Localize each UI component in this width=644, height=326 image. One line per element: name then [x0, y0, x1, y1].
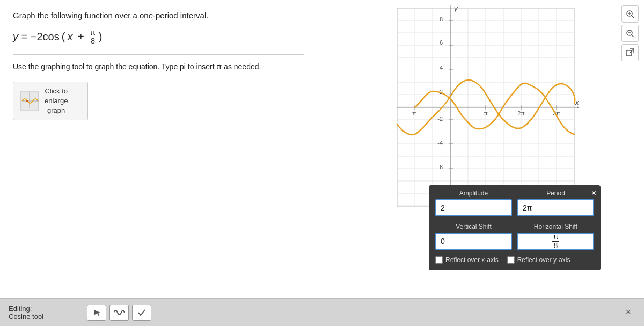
arrow-tool-button[interactable] — [87, 305, 106, 321]
svg-line-62 — [632, 16, 634, 18]
h-frac-num: π — [552, 233, 560, 241]
svg-marker-32 — [577, 106, 580, 108]
enlarge-graph-icon — [20, 91, 39, 111]
editing-label: Editing: Cosine tool — [9, 305, 78, 321]
external-link-button[interactable] — [621, 44, 639, 61]
svg-text:6: 6 — [440, 39, 443, 46]
vertical-shift-field: Vertical Shift — [435, 223, 512, 250]
equation-fraction: π 8 — [89, 28, 97, 46]
svg-text:-2: -2 — [437, 115, 443, 122]
zoom-in-button[interactable] — [621, 5, 639, 23]
svg-marker-70 — [94, 310, 100, 316]
instruction-text: Use the graphing tool to graph the equat… — [13, 62, 304, 71]
close-panel-button[interactable]: × — [625, 307, 635, 318]
graph-container: y x 8 6 4 2 -2 -4 -6 -8 -π π 2π 3π — [381, 5, 580, 215]
period-field: Period — [517, 190, 594, 216]
dialog-close-button[interactable]: × — [591, 189, 596, 198]
svg-line-66 — [632, 35, 634, 37]
zoom-out-icon — [626, 29, 634, 38]
horizontal-shift-fraction: π 8 — [552, 233, 560, 250]
svg-text:2π: 2π — [517, 110, 525, 117]
wave-tool-icon — [114, 308, 125, 317]
svg-text:π: π — [484, 110, 488, 117]
enlarge-graph-button[interactable]: Click to enlarge graph — [13, 82, 88, 121]
svg-text:-6: -6 — [437, 164, 443, 170]
horizontal-shift-field: Horizontal Shift π 8 — [517, 223, 594, 250]
reflect-x-label[interactable]: Reflect over x-axis — [435, 256, 499, 264]
wave-tool-button[interactable] — [109, 305, 129, 321]
amplitude-label: Amplitude — [435, 190, 512, 197]
vertical-shift-label: Vertical Shift — [435, 223, 512, 230]
external-link-icon — [626, 48, 634, 57]
right-panel: y x 8 6 4 2 -2 -4 -6 -8 -π π 2π 3π — [317, 0, 644, 298]
svg-marker-34 — [450, 5, 452, 6]
left-panel: Graph the following function over a one-… — [0, 0, 317, 298]
svg-point-3 — [26, 100, 28, 102]
question-text: Graph the following function over a one-… — [13, 11, 304, 20]
reflect-y-checkbox[interactable] — [507, 256, 515, 264]
frac-numerator: π — [89, 28, 97, 37]
svg-text:-π: -π — [410, 110, 416, 117]
dialog-row-1: Amplitude Period — [429, 185, 601, 219]
h-frac-den: 8 — [553, 242, 559, 250]
period-label: Period — [517, 190, 594, 197]
checkmark-tool-button[interactable] — [132, 305, 151, 321]
checkmark-tool-icon — [138, 309, 145, 316]
equation-paren: ( — [62, 31, 65, 43]
equation-display: y = −2cos ( x + π 8 ) — [13, 28, 304, 46]
enlarge-label: Click to enlarge graph — [45, 86, 68, 116]
dialog-row-2: Vertical Shift Horizontal Shift π 8 — [429, 219, 601, 252]
amplitude-field: Amplitude — [435, 190, 512, 216]
svg-text:-4: -4 — [437, 140, 443, 146]
equation-prefix: y = −2cos — [13, 31, 60, 43]
zoom-controls — [621, 5, 639, 61]
period-input[interactable] — [517, 199, 594, 216]
arrow-tool-icon — [93, 309, 100, 316]
equation-plus: + — [75, 31, 87, 43]
svg-text:4: 4 — [440, 64, 443, 71]
amplitude-input[interactable] — [435, 199, 512, 216]
equation-close-paren: ) — [99, 31, 103, 43]
zoom-out-button[interactable] — [621, 25, 639, 42]
svg-text:8: 8 — [440, 16, 443, 23]
horizontal-shift-label: Horizontal Shift — [517, 223, 594, 230]
graph-svg: y x 8 6 4 2 -2 -4 -6 -8 -π π 2π 3π — [381, 5, 580, 215]
reflect-y-label[interactable]: Reflect over y-axis — [507, 256, 570, 264]
reflect-x-checkbox[interactable] — [435, 256, 443, 264]
divider — [13, 54, 304, 55]
frac-denominator: 8 — [90, 37, 96, 45]
equation-x: x — [67, 31, 72, 43]
zoom-in-icon — [626, 10, 634, 18]
vertical-shift-input[interactable] — [435, 233, 512, 250]
tool-buttons — [87, 305, 151, 321]
dialog-checks: Reflect over x-axis Reflect over y-axis — [429, 252, 601, 264]
tool-panel: Editing: Cosine tool × — [0, 298, 644, 326]
cosine-dialog: × Amplitude Period Vertical Shift Horizo… — [429, 185, 601, 270]
